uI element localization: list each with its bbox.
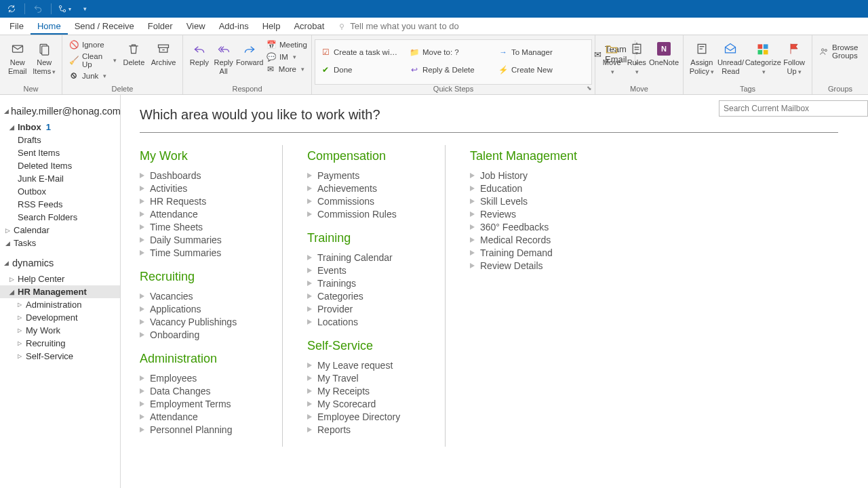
nav-hr-recruiting[interactable]: ▷Recruiting xyxy=(0,337,120,350)
link-review-details[interactable]: Review Details xyxy=(470,259,601,272)
link-training-calendar[interactable]: Training Calendar xyxy=(307,251,425,264)
dialog-launcher-icon[interactable]: ⬊ xyxy=(587,85,592,92)
link-commission-rules[interactable]: Commission Rules xyxy=(307,207,425,220)
reply-button[interactable]: Reply xyxy=(187,38,212,67)
link-my-leave-request[interactable]: My Leave request xyxy=(307,359,425,371)
link-my-travel[interactable]: My Travel xyxy=(307,371,425,384)
nav-help-center[interactable]: ▷Help Center xyxy=(0,272,120,285)
forward-button[interactable]: Forward xyxy=(236,38,264,67)
nav-hr-selfservice[interactable]: ▷Self-Service xyxy=(0,350,120,363)
tab-addins[interactable]: Add-ins xyxy=(212,18,256,35)
browse-groups-button[interactable]: Browse Groups xyxy=(816,38,868,60)
tab-view[interactable]: View xyxy=(180,18,212,35)
link-training-demand[interactable]: Training Demand xyxy=(470,246,601,259)
link-achievements[interactable]: Achievements xyxy=(307,182,425,195)
assign-policy-button[interactable]: AssignPolicy▾ xyxy=(688,38,716,75)
qs-to-manager[interactable]: →To Manager xyxy=(498,44,583,60)
im-button[interactable]: 💬IM▾ xyxy=(264,52,307,62)
link-education[interactable]: Education xyxy=(470,182,601,195)
followup-button[interactable]: FollowUp▾ xyxy=(781,38,808,75)
folder-rss[interactable]: RSS Feeds xyxy=(0,198,120,211)
cleanup-button[interactable]: 🧹Clean Up▾ xyxy=(66,52,119,69)
qs-reply-delete[interactable]: ↩Reply & Delete xyxy=(410,62,494,78)
reply-all-button[interactable]: ReplyAll xyxy=(212,38,236,75)
junk-button[interactable]: 🛇Junk▾ xyxy=(66,70,119,81)
link-employee-directory[interactable]: Employee Directory xyxy=(307,410,425,423)
delete-button[interactable]: Delete xyxy=(119,38,149,67)
link-job-history[interactable]: Job History xyxy=(470,169,601,182)
link-vacancies[interactable]: Vacancies xyxy=(140,289,262,302)
qs-done[interactable]: ✔Done xyxy=(321,62,406,78)
nav-hr-management[interactable]: ◢HR Management xyxy=(0,285,120,298)
nav-hr-development[interactable]: ▷Development xyxy=(0,311,120,324)
link-dashboards[interactable]: Dashboards xyxy=(140,169,262,182)
link-locations[interactable]: Locations xyxy=(307,315,425,328)
link-trainings[interactable]: Trainings xyxy=(307,277,425,289)
tab-help[interactable]: Help xyxy=(256,18,288,35)
link-events[interactable]: Events xyxy=(307,264,425,277)
link-vacancy-publishings[interactable]: Vacancy Publishings xyxy=(140,315,262,328)
folder-sent[interactable]: Sent Items xyxy=(0,146,120,159)
tab-acrobat[interactable]: Acrobat xyxy=(287,18,331,35)
link-employees[interactable]: Employees xyxy=(140,371,262,384)
link-360-feedbacks[interactable]: 360° Feedbacks xyxy=(470,220,601,233)
link-activities[interactable]: Activities xyxy=(140,182,262,195)
folder-inbox[interactable]: ◢Inbox1 xyxy=(0,121,120,134)
folder-outbox[interactable]: Outbox xyxy=(0,185,120,198)
search-box[interactable] xyxy=(719,100,868,117)
link-attendance[interactable]: Attendance xyxy=(140,207,262,220)
link-employment-terms[interactable]: Employment Terms xyxy=(140,397,262,410)
link-reports[interactable]: Reports xyxy=(307,423,425,436)
undo-icon[interactable] xyxy=(31,2,45,16)
qs-create-task[interactable]: ☑Create a task wi… xyxy=(321,44,406,60)
account-header[interactable]: ◢hailey.miller@honag.com xyxy=(0,99,120,121)
tab-file[interactable]: File xyxy=(3,18,31,35)
link-onboarding[interactable]: Onboarding xyxy=(140,328,262,341)
tab-send-receive[interactable]: Send / Receive xyxy=(68,18,141,35)
nav-hr-mywork[interactable]: ▷My Work xyxy=(0,324,120,337)
categorize-button[interactable]: Categorize▾ xyxy=(745,38,781,75)
link-my-receipts[interactable]: My Receipts xyxy=(307,384,425,397)
qs-move-to[interactable]: 📁Move to: ? xyxy=(410,44,494,60)
tab-home[interactable]: Home xyxy=(31,18,68,35)
qs-create-new[interactable]: ⚡Create New xyxy=(498,62,583,78)
link-applications[interactable]: Applications xyxy=(140,302,262,315)
meeting-button[interactable]: 📅Meeting xyxy=(264,39,307,50)
move-button[interactable]: Move▾ xyxy=(599,38,624,75)
link-time-sheets[interactable]: Time Sheets xyxy=(140,220,262,233)
link-hr-requests[interactable]: HR Requests xyxy=(140,195,262,207)
ignore-button[interactable]: 🚫Ignore xyxy=(66,39,119,50)
new-items-button[interactable]: NewItems▾ xyxy=(31,38,58,75)
link-categories[interactable]: Categories xyxy=(307,289,425,302)
link-payments[interactable]: Payments xyxy=(307,169,425,182)
link-data-changes[interactable]: Data Changes xyxy=(140,384,262,397)
link-reviews[interactable]: Reviews xyxy=(470,207,601,220)
link-commissions[interactable]: Commissions xyxy=(307,195,425,207)
customize-qat-icon[interactable]: ▾ xyxy=(77,2,92,16)
folder-drafts[interactable]: Drafts xyxy=(0,134,120,146)
link-attendance[interactable]: Attendance xyxy=(140,410,262,423)
nav-hr-administration[interactable]: ▷Administration xyxy=(0,298,120,311)
folder-deleted[interactable]: Deleted Items xyxy=(0,159,120,172)
folder-search[interactable]: Search Folders xyxy=(0,211,120,224)
folder-junk[interactable]: Junk E-Mail xyxy=(0,172,120,185)
more-respond-button[interactable]: ✉More▾ xyxy=(264,64,307,75)
link-skill-levels[interactable]: Skill Levels xyxy=(470,195,601,207)
link-time-summaries[interactable]: Time Summaries xyxy=(140,246,262,259)
onenote-button[interactable]: N OneNote xyxy=(649,38,679,67)
tell-me-search[interactable]: Tell me what you want to do xyxy=(338,21,458,35)
new-email-button[interactable]: NewEmail xyxy=(4,38,31,75)
link-daily-summaries[interactable]: Daily Summaries xyxy=(140,233,262,246)
rules-button[interactable]: Rules▾ xyxy=(624,38,648,75)
archive-button[interactable]: Archive xyxy=(149,38,178,67)
link-personnel-planning[interactable]: Personnel Planning xyxy=(140,423,262,436)
sync-icon[interactable] xyxy=(4,2,19,16)
touch-mode-icon[interactable]: ▾ xyxy=(57,2,72,16)
link-medical-records[interactable]: Medical Records xyxy=(470,233,601,246)
link-my-scorecard[interactable]: My Scorecard xyxy=(307,397,425,410)
link-provider[interactable]: Provider xyxy=(307,302,425,315)
nav-tasks[interactable]: ◢Tasks xyxy=(0,237,120,249)
tab-folder[interactable]: Folder xyxy=(141,18,180,35)
account-dynamics[interactable]: ◢dynamics xyxy=(0,255,120,272)
unread-read-button[interactable]: Unread/Read xyxy=(716,38,746,75)
